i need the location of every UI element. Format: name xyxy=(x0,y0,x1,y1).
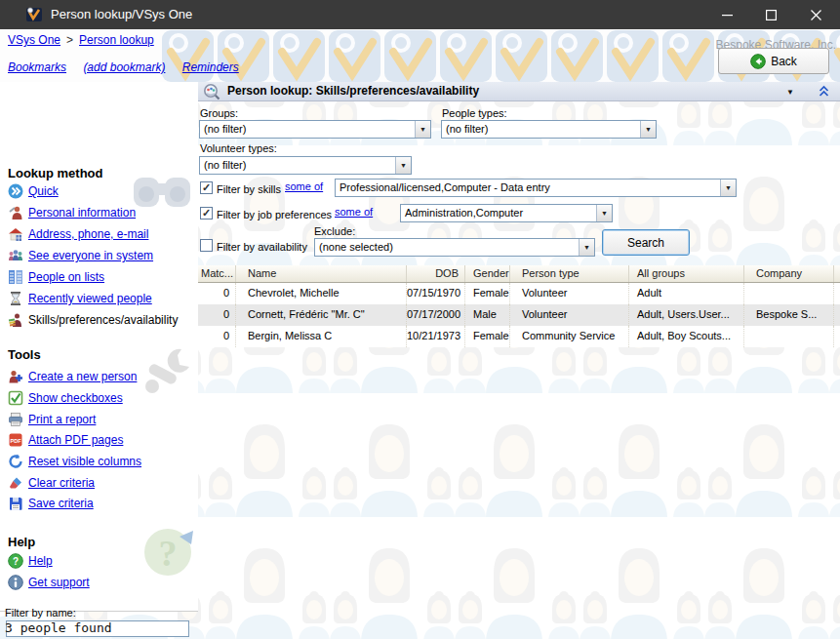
close-button[interactable] xyxy=(794,0,837,29)
clear-criteria-icon xyxy=(8,475,23,491)
table-cell: Cornett, Frédéric "Mr. C" xyxy=(236,304,407,326)
column-header[interactable]: Name xyxy=(236,265,407,282)
help-heading: Help xyxy=(8,535,35,549)
quick-icon xyxy=(8,183,23,199)
job-some-of-link[interactable]: some of xyxy=(335,206,373,218)
groups-select[interactable]: (no filter) ▼ xyxy=(199,120,431,139)
main-panel: Person lookup: Skills/preferences/availa… xyxy=(198,81,840,639)
table-row[interactable]: 0Cornett, Frédéric "Mr. C"07/17/2000Male… xyxy=(198,304,840,326)
column-header[interactable]: Company xyxy=(744,265,834,282)
bookmarks-link[interactable]: Bookmarks xyxy=(8,60,66,74)
breadcrumb-home-link[interactable]: VSys One xyxy=(8,33,60,47)
binoculars-watermark-icon xyxy=(132,168,192,213)
table-cell: Female xyxy=(465,283,510,304)
filter-by-name-label: Filter by name: xyxy=(5,607,76,619)
maximize-button[interactable] xyxy=(749,0,792,29)
app-icon xyxy=(25,6,43,23)
volunteer-types-select[interactable]: (no filter) ▼ xyxy=(199,156,412,175)
table-cell: Female xyxy=(465,326,510,347)
skills-icon xyxy=(8,312,23,328)
tool-item-attach-pdf[interactable]: PDF Attach PDF pages xyxy=(8,430,123,450)
svg-text:?: ? xyxy=(13,556,19,567)
search-button[interactable]: Search xyxy=(602,229,690,256)
svg-text:PDF: PDF xyxy=(11,438,22,444)
sidebar-item-see-everyone[interactable]: See everyone in system xyxy=(8,246,153,265)
filter-by-job-preferences-checkbox[interactable]: ✓ xyxy=(200,207,213,220)
column-header[interactable]: Person type xyxy=(510,265,629,282)
filter-by-skills-label: Filter by skills xyxy=(217,183,281,195)
column-header[interactable]: Gender xyxy=(465,265,510,282)
minimize-button[interactable] xyxy=(705,0,748,29)
reminders-link[interactable]: Reminders xyxy=(182,60,239,74)
tool-item-create-person[interactable]: Create a new person xyxy=(8,367,137,386)
table-row[interactable]: 0Chevrolet, Michelle07/15/1970FemaleVolu… xyxy=(198,283,840,304)
table-row[interactable]: 0Bergin, Melissa C10/21/1973FemaleCommun… xyxy=(198,326,840,347)
table-cell: 07/15/1970 xyxy=(407,283,465,304)
table-cell: 0 xyxy=(198,283,236,304)
column-header[interactable]: All groups xyxy=(629,265,744,282)
table-cell: 0 xyxy=(198,304,236,326)
table-header-row: Matc...NameDOBGenderPerson typeAll group… xyxy=(198,265,840,283)
table-cell: Community Service xyxy=(510,326,629,347)
svg-text:?: ? xyxy=(159,533,178,574)
collapse-chevron-icon[interactable] xyxy=(818,85,830,98)
skills-some-of-link[interactable]: some of xyxy=(285,180,323,192)
wrench-watermark-icon xyxy=(142,347,195,396)
panel-menu-arrow-icon[interactable]: ▼ xyxy=(786,88,794,97)
sidebar-item-quick[interactable]: Quick xyxy=(8,181,59,201)
filter-by-availability-checkbox[interactable] xyxy=(200,239,213,252)
filter-by-skills-checkbox[interactable]: ✓ xyxy=(200,181,213,194)
tool-item-save-criteria[interactable]: Save criteria xyxy=(8,494,94,513)
people-types-select[interactable]: (no filter) ▼ xyxy=(441,120,657,139)
sidebar-item-address-phone-email[interactable]: Address, phone, e-mail xyxy=(8,224,148,244)
tool-item-clear-criteria[interactable]: Clear criteria xyxy=(8,473,95,493)
column-header[interactable]: Matc... xyxy=(198,265,236,282)
help-item-get-support[interactable]: Get support xyxy=(8,573,90,592)
table-cell: Adult, Boy Scouts... xyxy=(629,326,744,347)
person-lookup-icon xyxy=(203,83,220,100)
table-cell: Bespoke S... xyxy=(744,304,834,326)
show-checkboxes-icon xyxy=(8,390,23,406)
tool-item-print-report[interactable]: Print a report xyxy=(8,410,96,429)
table-cell: 0 xyxy=(198,326,236,347)
status-text: 3 people found xyxy=(5,620,112,635)
tool-item-reset-columns[interactable]: Reset visible columns xyxy=(8,452,141,471)
table-cell: Adult xyxy=(629,283,744,304)
filter-by-availability-label: Filter by availability xyxy=(217,241,307,253)
table-cell: Bergin, Melissa C xyxy=(236,326,407,347)
help-icon: ? xyxy=(8,553,23,569)
lookup-method-heading: Lookup method xyxy=(8,166,103,180)
sidebar-item-recently-viewed[interactable]: Recently viewed people xyxy=(8,289,152,308)
people-types-label: People types: xyxy=(442,107,507,119)
back-button-label: Back xyxy=(771,55,797,68)
reset-columns-icon xyxy=(8,454,23,469)
sidebar-item-personal-information[interactable]: Personal information xyxy=(8,203,136,222)
minimize-icon xyxy=(722,10,733,20)
breadcrumb-separator: > xyxy=(66,33,73,47)
skills-filter-select[interactable]: Professional/licensed,Computer - Data en… xyxy=(335,179,737,197)
sidebar-item-people-on-lists[interactable]: People on lists xyxy=(8,267,104,287)
personal-information-icon xyxy=(8,205,23,220)
exclude-select[interactable]: (none selected) ▼ xyxy=(314,238,595,257)
chevron-down-icon: ▼ xyxy=(640,121,656,138)
back-icon xyxy=(750,54,766,69)
table-cell: Male xyxy=(465,304,510,326)
table-cell: 07/17/2000 xyxy=(407,304,465,326)
tool-item-show-checkboxes[interactable]: Show checkboxes xyxy=(8,388,123,408)
chevron-down-icon: ▼ xyxy=(415,121,430,138)
address-icon xyxy=(8,226,23,242)
back-button[interactable]: Back xyxy=(718,48,829,74)
tools-heading: Tools xyxy=(8,347,41,362)
people-on-lists-icon xyxy=(8,269,23,285)
add-bookmark-link[interactable]: (add bookmark) xyxy=(83,60,165,74)
breadcrumb-current-link[interactable]: Person lookup xyxy=(79,33,154,47)
table-cell: Chevrolet, Michelle xyxy=(236,283,407,304)
job-preferences-select[interactable]: Administration,Computer ▼ xyxy=(400,204,613,222)
sidebar-item-skills-preferences[interactable]: Skills/preferences/availability xyxy=(8,310,178,330)
support-icon xyxy=(8,575,23,590)
save-criteria-icon xyxy=(8,496,23,511)
column-header[interactable]: DOB xyxy=(407,265,465,282)
table-cell: 10/21/1973 xyxy=(407,326,465,347)
create-person-icon xyxy=(8,369,23,384)
help-item-help[interactable]: ? Help xyxy=(8,551,53,571)
